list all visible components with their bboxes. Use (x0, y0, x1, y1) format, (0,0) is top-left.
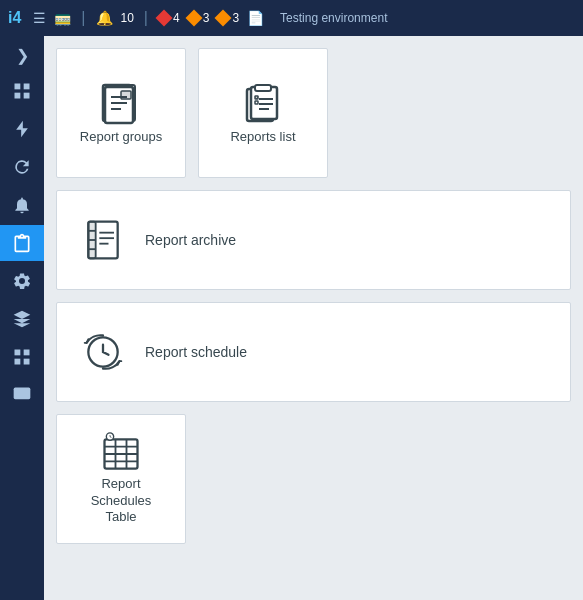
svg-rect-5 (15, 350, 21, 356)
red-diamond-icon (156, 10, 173, 27)
report-schedule-icon (81, 330, 125, 374)
separator1: | (81, 9, 85, 27)
reports-list-tile[interactable]: Reports list (198, 48, 328, 178)
tiles-row-2: Report archive (56, 190, 571, 290)
env-label: Testing environment (280, 11, 387, 25)
report-schedules-table-icon (99, 432, 143, 476)
report-schedules-table-tile[interactable]: Report Schedules Table (56, 414, 186, 544)
svg-rect-0 (15, 84, 21, 90)
tiles-row-1: Report groups Reports list (56, 48, 571, 178)
menu-icon[interactable]: ☰ (33, 10, 46, 26)
svg-marker-4 (16, 121, 28, 138)
sidebar-item-apps[interactable] (0, 73, 44, 109)
sidebar: ❯ (0, 36, 44, 600)
sidebar-item-settings[interactable] (0, 263, 44, 299)
sidebar-item-dashboard[interactable] (0, 339, 44, 375)
svg-rect-3 (24, 93, 30, 99)
sidebar-item-reports[interactable] (0, 225, 44, 261)
orange-badge-group2: 3 (217, 11, 239, 25)
svg-rect-16 (121, 91, 131, 99)
sidebar-item-monitor[interactable] (0, 377, 44, 413)
red-badge-count: 4 (173, 11, 180, 25)
svg-rect-9 (14, 388, 31, 400)
bell-count: 10 (121, 11, 134, 25)
report-archive-icon (81, 218, 125, 262)
report-schedule-tile[interactable]: Report schedule (56, 302, 571, 402)
tiles-row-3: Report schedule (56, 302, 571, 402)
sidebar-item-lightning[interactable] (0, 111, 44, 147)
svg-rect-19 (255, 85, 271, 91)
separator2: | (144, 9, 148, 27)
report-groups-icon (97, 81, 145, 129)
report-groups-tile[interactable]: Report groups (56, 48, 186, 178)
report-archive-label: Report archive (145, 231, 236, 249)
report-groups-label: Report groups (80, 129, 162, 146)
sidebar-item-refresh[interactable] (0, 149, 44, 185)
orange-badge-count1: 3 (203, 11, 210, 25)
orange-diamond-icon2 (215, 10, 232, 27)
orange-diamond-icon1 (185, 10, 202, 27)
main-layout: ❯ (0, 36, 583, 600)
bell-icon[interactable]: 🔔 (96, 10, 113, 26)
content-area: Report groups Reports list (44, 36, 583, 600)
svg-rect-6 (24, 350, 30, 356)
svg-rect-8 (24, 359, 30, 365)
orange-badge-group1: 3 (188, 11, 210, 25)
reports-list-label: Reports list (230, 129, 295, 146)
svg-rect-7 (15, 359, 21, 365)
sidebar-toggle[interactable]: ❯ (0, 40, 44, 71)
reports-list-icon (239, 81, 287, 129)
svg-rect-2 (15, 93, 21, 99)
red-badge-group: 4 (158, 11, 180, 25)
svg-rect-1 (24, 84, 30, 90)
doc-icon[interactable]: 📄 (247, 10, 264, 26)
report-archive-tile[interactable]: Report archive (56, 190, 571, 290)
logo: i4 (8, 9, 21, 27)
report-schedule-label: Report schedule (145, 343, 247, 361)
sidebar-item-bell[interactable] (0, 187, 44, 223)
report-schedules-table-label: Report Schedules Table (73, 476, 169, 527)
sidebar-item-inventory[interactable] (0, 301, 44, 337)
tiles-row-4: Report Schedules Table (56, 414, 571, 544)
train-icon[interactable]: 🚃 (54, 10, 71, 26)
topbar: i4 ☰ 🚃 | 🔔 10 | 4 3 3 📄 Testing environm… (0, 0, 583, 36)
orange-badge-count2: 3 (232, 11, 239, 25)
